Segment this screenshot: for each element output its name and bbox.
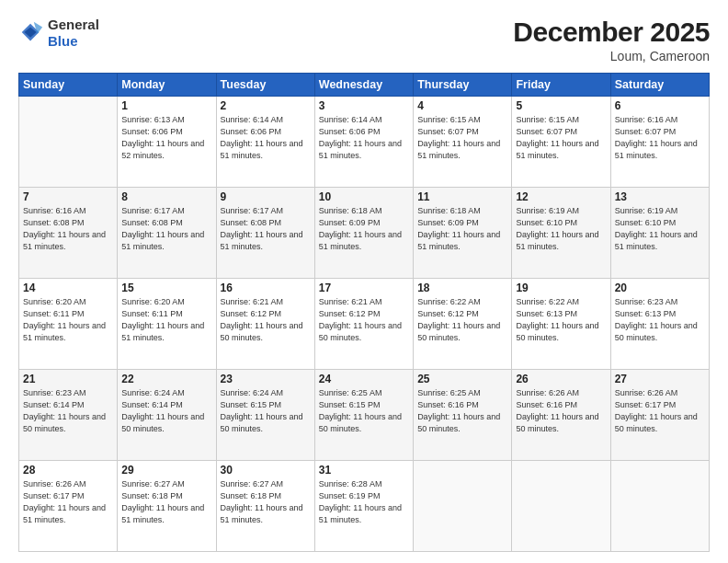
calendar-cell: 1Sunrise: 6:13 AMSunset: 6:06 PMDaylight… [118, 97, 216, 188]
calendar-cell [512, 461, 610, 552]
calendar-table: SundayMondayTuesdayWednesdayThursdayFrid… [18, 73, 710, 552]
day-info: Sunrise: 6:14 AMSunset: 6:06 PMDaylight:… [319, 114, 409, 162]
calendar-cell: 5Sunrise: 6:15 AMSunset: 6:07 PMDaylight… [512, 97, 610, 188]
day-number: 19 [516, 282, 606, 294]
day-number: 13 [615, 190, 705, 203]
day-info: Sunrise: 6:16 AMSunset: 6:08 PMDaylight:… [23, 205, 113, 253]
day-number: 8 [121, 190, 211, 203]
day-info: Sunrise: 6:27 AMSunset: 6:18 PMDaylight:… [121, 478, 211, 526]
day-info: Sunrise: 6:26 AMSunset: 6:17 PMDaylight:… [615, 387, 705, 435]
day-info: Sunrise: 6:21 AMSunset: 6:12 PMDaylight:… [221, 296, 311, 344]
day-info: Sunrise: 6:25 AMSunset: 6:16 PMDaylight:… [417, 387, 507, 435]
day-info: Sunrise: 6:24 AMSunset: 6:15 PMDaylight:… [221, 387, 311, 435]
calendar-cell: 23Sunrise: 6:24 AMSunset: 6:15 PMDayligh… [216, 370, 314, 461]
calendar-cell: 18Sunrise: 6:22 AMSunset: 6:12 PMDayligh… [414, 279, 512, 370]
day-info: Sunrise: 6:17 AMSunset: 6:08 PMDaylight:… [121, 205, 211, 253]
day-number: 9 [221, 190, 311, 203]
calendar-cell: 6Sunrise: 6:16 AMSunset: 6:07 PMDaylight… [610, 97, 709, 188]
day-number: 23 [221, 373, 311, 385]
day-info: Sunrise: 6:15 AMSunset: 6:07 PMDaylight:… [516, 114, 606, 162]
day-number: 17 [319, 282, 409, 294]
day-number: 25 [417, 373, 507, 385]
day-number: 10 [319, 190, 409, 203]
day-number: 15 [121, 282, 211, 294]
calendar-cell: 17Sunrise: 6:21 AMSunset: 6:12 PMDayligh… [314, 279, 413, 370]
day-number: 21 [23, 373, 113, 385]
day-number: 12 [516, 190, 606, 203]
calendar-cell: 13Sunrise: 6:19 AMSunset: 6:10 PMDayligh… [610, 188, 709, 279]
calendar-cell: 24Sunrise: 6:25 AMSunset: 6:15 PMDayligh… [314, 370, 413, 461]
calendar-cell: 19Sunrise: 6:22 AMSunset: 6:13 PMDayligh… [512, 279, 610, 370]
calendar-cell: 12Sunrise: 6:19 AMSunset: 6:10 PMDayligh… [512, 188, 610, 279]
calendar-cell: 30Sunrise: 6:27 AMSunset: 6:18 PMDayligh… [216, 461, 314, 552]
day-info: Sunrise: 6:20 AMSunset: 6:11 PMDaylight:… [23, 296, 113, 344]
day-number: 26 [516, 373, 606, 385]
calendar-week-row: 14Sunrise: 6:20 AMSunset: 6:11 PMDayligh… [19, 279, 710, 370]
day-number: 16 [221, 282, 311, 294]
day-number: 11 [417, 190, 507, 203]
day-number: 18 [417, 282, 507, 294]
day-number: 3 [319, 99, 409, 112]
title-block: December 2025 Loum, Cameroon [513, 17, 710, 63]
day-info: Sunrise: 6:25 AMSunset: 6:15 PMDaylight:… [319, 387, 409, 435]
calendar-cell: 10Sunrise: 6:18 AMSunset: 6:09 PMDayligh… [314, 188, 413, 279]
day-number: 22 [121, 373, 211, 385]
day-info: Sunrise: 6:17 AMSunset: 6:08 PMDaylight:… [221, 205, 311, 253]
calendar-cell: 29Sunrise: 6:27 AMSunset: 6:18 PMDayligh… [118, 461, 216, 552]
day-info: Sunrise: 6:26 AMSunset: 6:17 PMDaylight:… [23, 478, 113, 526]
logo-icon [18, 20, 44, 46]
day-info: Sunrise: 6:24 AMSunset: 6:14 PMDaylight:… [121, 387, 211, 435]
day-info: Sunrise: 6:23 AMSunset: 6:14 PMDaylight:… [23, 387, 113, 435]
day-number: 1 [121, 99, 211, 112]
day-info: Sunrise: 6:14 AMSunset: 6:06 PMDaylight:… [221, 114, 311, 162]
calendar-header-monday: Monday [118, 74, 216, 97]
calendar-header-sunday: Sunday [19, 74, 118, 97]
day-info: Sunrise: 6:18 AMSunset: 6:09 PMDaylight:… [319, 205, 409, 253]
calendar-cell [19, 97, 118, 188]
calendar-header-thursday: Thursday [414, 74, 512, 97]
day-number: 20 [615, 282, 705, 294]
calendar-cell: 4Sunrise: 6:15 AMSunset: 6:07 PMDaylight… [414, 97, 512, 188]
day-number: 29 [121, 464, 211, 477]
calendar-cell: 16Sunrise: 6:21 AMSunset: 6:12 PMDayligh… [216, 279, 314, 370]
day-info: Sunrise: 6:16 AMSunset: 6:07 PMDaylight:… [615, 114, 705, 162]
day-number: 27 [615, 373, 705, 385]
day-number: 7 [23, 190, 113, 203]
day-info: Sunrise: 6:20 AMSunset: 6:11 PMDaylight:… [121, 296, 211, 344]
calendar-cell: 7Sunrise: 6:16 AMSunset: 6:08 PMDaylight… [19, 188, 118, 279]
day-number: 6 [615, 99, 705, 112]
logo-blue-text: Blue [48, 33, 99, 50]
calendar-cell: 26Sunrise: 6:26 AMSunset: 6:16 PMDayligh… [512, 370, 610, 461]
calendar-cell: 9Sunrise: 6:17 AMSunset: 6:08 PMDaylight… [216, 188, 314, 279]
month-title: December 2025 [513, 17, 710, 48]
calendar-week-row: 1Sunrise: 6:13 AMSunset: 6:06 PMDaylight… [19, 97, 710, 188]
calendar-header-saturday: Saturday [610, 74, 709, 97]
location: Loum, Cameroon [513, 49, 710, 63]
header: General Blue December 2025 Loum, Cameroo… [18, 17, 710, 63]
day-number: 5 [516, 99, 606, 112]
calendar-cell: 31Sunrise: 6:28 AMSunset: 6:19 PMDayligh… [314, 461, 413, 552]
day-info: Sunrise: 6:18 AMSunset: 6:09 PMDaylight:… [417, 205, 507, 253]
page: General Blue December 2025 Loum, Cameroo… [0, 0, 728, 563]
calendar-cell: 8Sunrise: 6:17 AMSunset: 6:08 PMDaylight… [118, 188, 216, 279]
logo-general-text: General [48, 17, 99, 33]
day-info: Sunrise: 6:22 AMSunset: 6:13 PMDaylight:… [516, 296, 606, 344]
calendar-cell: 27Sunrise: 6:26 AMSunset: 6:17 PMDayligh… [610, 370, 709, 461]
calendar-cell: 22Sunrise: 6:24 AMSunset: 6:14 PMDayligh… [118, 370, 216, 461]
calendar-cell: 21Sunrise: 6:23 AMSunset: 6:14 PMDayligh… [19, 370, 118, 461]
day-info: Sunrise: 6:13 AMSunset: 6:06 PMDaylight:… [121, 114, 211, 162]
day-info: Sunrise: 6:15 AMSunset: 6:07 PMDaylight:… [417, 114, 507, 162]
day-number: 24 [319, 373, 409, 385]
day-info: Sunrise: 6:21 AMSunset: 6:12 PMDaylight:… [319, 296, 409, 344]
day-info: Sunrise: 6:28 AMSunset: 6:19 PMDaylight:… [319, 478, 409, 526]
calendar-cell: 25Sunrise: 6:25 AMSunset: 6:16 PMDayligh… [414, 370, 512, 461]
calendar-cell: 2Sunrise: 6:14 AMSunset: 6:06 PMDaylight… [216, 97, 314, 188]
day-number: 2 [221, 99, 311, 112]
calendar-header-row: SundayMondayTuesdayWednesdayThursdayFrid… [19, 74, 710, 97]
calendar-header-wednesday: Wednesday [314, 74, 413, 97]
calendar-cell [610, 461, 709, 552]
day-number: 4 [417, 99, 507, 112]
day-info: Sunrise: 6:26 AMSunset: 6:16 PMDaylight:… [516, 387, 606, 435]
calendar-cell: 20Sunrise: 6:23 AMSunset: 6:13 PMDayligh… [610, 279, 709, 370]
logo: General Blue [18, 17, 99, 50]
